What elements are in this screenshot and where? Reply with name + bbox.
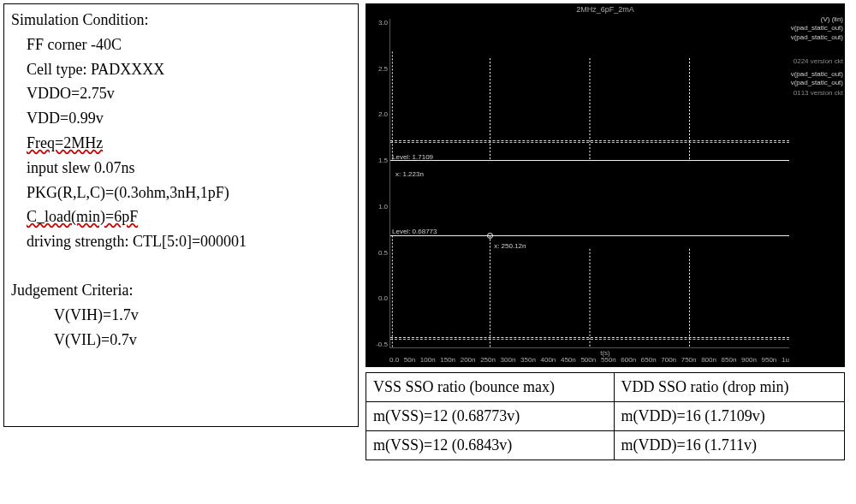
xtick: 0.0: [389, 356, 399, 364]
table-row: m(VSS)=12 (0.68773v) m(VDD)=16 (1.7109v): [366, 402, 845, 431]
simulation-condition-box: Simulation Condition: FF corner -40C Cel…: [3, 3, 359, 427]
xtick: 50n: [404, 356, 415, 364]
xtick: 800n: [701, 356, 716, 364]
legend-item: v(pad_static_out): [791, 24, 843, 33]
xtick: 350n: [520, 356, 536, 364]
xtick: 550n: [601, 356, 616, 364]
cursor-top-x: x: 1.223n: [395, 170, 424, 178]
sim-condition-title: Simulation Condition:: [11, 8, 351, 33]
cursor-top-level: Level: 1.7109: [392, 153, 433, 161]
ytick: 1.5: [367, 157, 388, 164]
ytick: 1.0: [367, 203, 388, 210]
ytick: 0.0: [367, 294, 388, 302]
cursor-bot-x: x: 250.12n: [494, 242, 526, 250]
ytick: 2.0: [367, 110, 388, 118]
table-row: m(VSS)=12 (0.6843v) m(VDD)=16 (1.711v): [366, 431, 845, 460]
sim-line-slew: input slew 0.07ns: [27, 156, 351, 181]
table-cell-vss: m(VSS)=12 (0.6843v): [366, 431, 615, 460]
judgement-title: Judgement Criteria:: [11, 278, 351, 303]
xtick: 850n: [722, 356, 737, 364]
plot-ylabel: (V) (lin): [791, 15, 843, 24]
spike-overlay: [390, 19, 789, 347]
xtick: 300n: [501, 356, 516, 364]
sim-line-corner: FF corner -40C: [27, 33, 351, 57]
plot-xlabel: t(s): [600, 349, 610, 357]
legend-item: v(pad_static_out): [791, 33, 843, 42]
plot-title: 2MHz_6pF_2mA: [366, 3, 845, 14]
xtick: 200n: [461, 356, 476, 364]
table-header-row: VSS SSO ratio (bounce max) VDD SSO ratio…: [366, 373, 845, 402]
sim-line-drv: driving strength: CTL[5:0]=000001: [27, 229, 351, 254]
legend-item: v(pad_static_out): [791, 79, 843, 87]
table-header-vdd: VDD SSO ratio (drop min): [614, 373, 844, 402]
legend-item: v(pad_static_out): [791, 70, 843, 79]
sim-line-cell: Cell type: PADXXXX: [27, 57, 351, 82]
xtick: 650n: [641, 356, 657, 364]
xtick: 400n: [541, 356, 556, 364]
plot-annot-b: 0113 version ckt: [791, 89, 843, 98]
right-column: 2MHz_6pF_2mA (V) (lin) v(pad_static_out)…: [366, 3, 845, 495]
waveform-plot: 2MHz_6pF_2mA (V) (lin) v(pad_static_out)…: [366, 3, 845, 367]
xtick: 500n: [580, 356, 596, 364]
cursor-bot-level: Level: 0.68773: [392, 228, 437, 235]
xtick: 700n: [661, 356, 676, 364]
plot-legend: (V) (lin) v(pad_static_out) v(pad_static…: [791, 15, 843, 98]
ytick: 0.5: [367, 249, 388, 257]
table-cell-vdd: m(VDD)=16 (1.7109v): [614, 402, 844, 431]
judge-vil: V(VIL)=0.7v: [54, 328, 351, 353]
judge-vih: V(VIH)=1.7v: [54, 303, 351, 328]
plot-annot-a: 0224 version ckt: [791, 57, 843, 66]
sim-line-pkg: PKG(R,L,C)=(0.3ohm,3nH,1pF): [27, 181, 351, 205]
sim-line-vddo: VDDO=2.75v: [27, 81, 351, 106]
plot-x-axis: 0.0 50n 100n 150n 200n 250n 300n 350n 40…: [389, 356, 789, 364]
sim-line-vdd: VDD=0.99v: [27, 106, 351, 131]
xtick: 100n: [420, 356, 436, 364]
xtick: 1u: [782, 356, 789, 364]
result-table: VSS SSO ratio (bounce max) VDD SSO ratio…: [366, 372, 845, 460]
xtick: 150n: [440, 356, 455, 364]
plot-area: Level: 1.7109 x: 1.223n Level: 0.68773 x…: [389, 19, 789, 348]
xtick: 750n: [681, 356, 697, 364]
plot-y-axis: 3.0 2.5 2.0 1.5 1.0 0.5 0.0 -0.5: [367, 19, 388, 348]
table-cell-vss: m(VSS)=12 (0.68773v): [366, 402, 615, 431]
xtick: 900n: [741, 356, 757, 364]
sim-line-freq: Freq=2MHz: [27, 131, 351, 156]
ytick: 2.5: [367, 65, 388, 73]
xtick: 450n: [561, 356, 576, 364]
table-header-vss: VSS SSO ratio (bounce max): [366, 373, 615, 402]
ytick: 3.0: [367, 19, 388, 27]
xtick: 250n: [480, 356, 496, 364]
ytick: -0.5: [367, 341, 388, 348]
xtick: 950n: [762, 356, 777, 364]
table-cell-vdd: m(VDD)=16 (1.711v): [614, 431, 844, 460]
xtick: 600n: [621, 356, 636, 364]
sim-line-cload: C_load(min)=6pF: [27, 205, 351, 229]
